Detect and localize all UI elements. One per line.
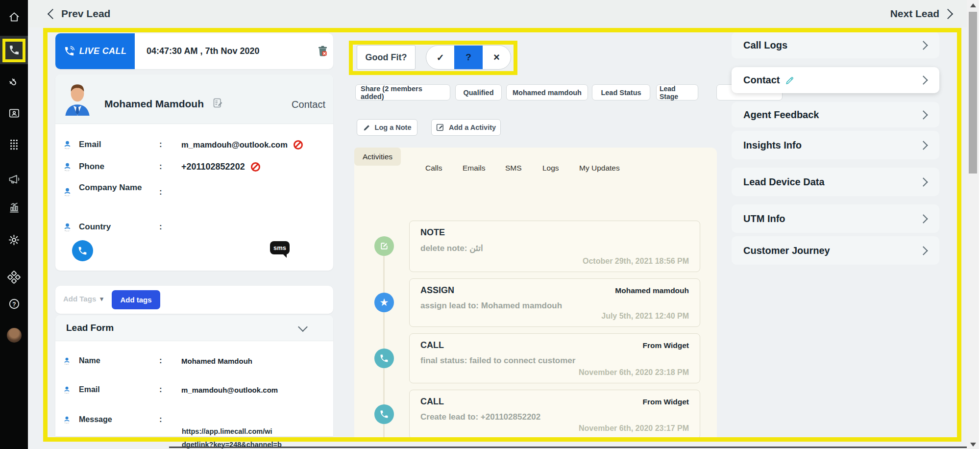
call-icon bbox=[374, 349, 394, 368]
prev-lead-button[interactable]: Prev Lead bbox=[49, 0, 110, 27]
good-fit-yes-button[interactable]: ✓ bbox=[426, 46, 454, 69]
live-call-badge[interactable]: LIVE CALL bbox=[55, 33, 135, 69]
tag-owner[interactable]: Mohamed mamdouh bbox=[506, 84, 588, 100]
add-tags-button-label: Add tags bbox=[120, 296, 151, 304]
sidebar-item-settings[interactable] bbox=[0, 230, 28, 249]
entry-timestamp: November 6th, 2020 23:18 PM bbox=[579, 368, 689, 377]
chevron-right-icon bbox=[943, 8, 953, 19]
tab-logs[interactable]: Logs bbox=[542, 164, 559, 173]
chevron-left-icon bbox=[48, 8, 58, 19]
section-insights-info[interactable]: Insights Info bbox=[732, 131, 939, 159]
section-call-logs[interactable]: Call Logs bbox=[732, 32, 939, 58]
sidebar-item-analytics[interactable] bbox=[0, 198, 28, 218]
sms-icon: sms bbox=[273, 244, 286, 251]
section-label: UTM Info bbox=[743, 213, 785, 224]
add-tags-button[interactable]: Add tags bbox=[112, 290, 160, 309]
edit-pencil-icon[interactable] bbox=[784, 75, 795, 86]
tag-lead-status[interactable]: Lead Status bbox=[592, 84, 650, 100]
timeline-entry-note[interactable]: NOTE delete note: اتئن October 29th, 202… bbox=[409, 221, 700, 272]
lead-form-field-email: Email : m_mamdouh@outlook.com bbox=[55, 382, 333, 397]
sidebar-item-dialpad[interactable] bbox=[0, 135, 28, 154]
tab-emails[interactable]: Emails bbox=[463, 164, 486, 173]
contact-field-company: Company Name : bbox=[55, 178, 333, 206]
timeline-entry-assign[interactable]: ASSIGN Mohamed mamdouh assign lead to: M… bbox=[409, 278, 700, 327]
entry-type: CALL bbox=[420, 397, 444, 407]
scrollbar-thumb[interactable] bbox=[969, 12, 977, 174]
sms-button[interactable]: sms bbox=[270, 241, 290, 254]
lead-form-header[interactable]: Lead Form bbox=[55, 315, 333, 341]
sidebar-item-home[interactable] bbox=[0, 7, 28, 27]
entry-type: NOTE bbox=[420, 227, 445, 238]
field-separator: : bbox=[159, 187, 162, 197]
tag-lead-stage[interactable]: Lead Stage bbox=[656, 84, 698, 100]
edit-square-icon bbox=[436, 124, 444, 132]
scroll-down-arrow[interactable] bbox=[970, 443, 976, 447]
email-value: m_mamdouh@outlook.com bbox=[181, 140, 288, 150]
log-note-button[interactable]: Log a Note bbox=[357, 119, 417, 136]
chevron-right-icon bbox=[919, 110, 928, 119]
person-pin-icon bbox=[63, 140, 72, 150]
sidebar-item-profile[interactable] bbox=[0, 325, 28, 345]
pencil-icon bbox=[363, 124, 370, 131]
good-fit-no-button[interactable]: × bbox=[483, 46, 511, 69]
timeline-entry-call[interactable]: CALL From Widget Create lead to: +201102… bbox=[409, 390, 700, 439]
contact-field-email: Email : m_mamdouh@outlook.com bbox=[55, 137, 333, 152]
tab-my-updates[interactable]: My Updates bbox=[579, 164, 620, 173]
good-fit-label: Good Fit? bbox=[357, 45, 416, 70]
entry-timestamp: November 6th, 2020 23:17 PM bbox=[579, 424, 689, 433]
next-lead-label: Next Lead bbox=[890, 8, 939, 20]
section-label: Agent Feedback bbox=[743, 109, 819, 121]
notes-clipboard-icon[interactable] bbox=[212, 97, 224, 109]
section-utm-info[interactable]: UTM Info bbox=[732, 204, 939, 233]
lead-form-title: Lead Form bbox=[66, 323, 114, 333]
tag-share[interactable]: Share (2 members added) bbox=[355, 84, 450, 100]
delete-lead-button[interactable] bbox=[318, 33, 327, 69]
note-icon bbox=[374, 236, 394, 256]
add-activity-button[interactable]: Add a Activity bbox=[431, 119, 501, 136]
person-pin-icon bbox=[63, 357, 71, 365]
call-icon bbox=[374, 404, 394, 424]
section-contact[interactable]: Contact bbox=[732, 67, 939, 93]
field-label: Email bbox=[79, 139, 143, 150]
scroll-up-arrow[interactable] bbox=[970, 3, 976, 7]
chevron-right-icon bbox=[919, 75, 928, 84]
field-separator: : bbox=[159, 356, 162, 366]
megaphone-icon bbox=[7, 173, 21, 186]
tab-calls[interactable]: Calls bbox=[425, 164, 442, 173]
tab-activities[interactable]: Activities bbox=[354, 148, 401, 166]
blocked-icon bbox=[251, 162, 260, 172]
timeline-entry-call[interactable]: CALL From Widget final status: failed to… bbox=[409, 333, 700, 383]
field-label: Email bbox=[79, 384, 143, 395]
blocked-icon bbox=[294, 140, 303, 150]
good-fit-maybe-button[interactable]: ? bbox=[454, 46, 482, 69]
good-fit-control: ✓ ? × bbox=[426, 45, 511, 70]
field-separator: : bbox=[159, 415, 162, 424]
tag-qualified[interactable]: Qualified bbox=[455, 84, 502, 100]
sidebar-item-lead-magnet[interactable] bbox=[0, 74, 28, 93]
scrollbar[interactable] bbox=[967, 0, 979, 449]
sidebar-item-integrations[interactable] bbox=[0, 267, 28, 287]
sidebar-item-contacts[interactable] bbox=[0, 103, 28, 123]
add-activity-label: Add a Activity bbox=[449, 124, 496, 131]
add-tags-dropdown-label: Add Tags bbox=[63, 295, 96, 303]
section-customer-journey[interactable]: Customer Journey bbox=[732, 236, 939, 265]
sidebar-item-help[interactable]: ? bbox=[0, 294, 28, 314]
section-agent-feedback[interactable]: Agent Feedback bbox=[732, 102, 939, 127]
entry-timestamp: July 5th, 2021 12:40 PM bbox=[601, 312, 689, 321]
call-button[interactable] bbox=[72, 240, 93, 261]
contact-avatar bbox=[62, 80, 93, 116]
add-tags-dropdown[interactable]: Add Tags ▾ bbox=[63, 295, 103, 303]
person-pin-icon bbox=[63, 386, 71, 394]
sidebar: ? bbox=[0, 0, 28, 449]
star-icon: ★ bbox=[374, 293, 394, 312]
person-pin-icon bbox=[63, 223, 72, 232]
section-lead-device-data[interactable]: Lead Device Data bbox=[732, 168, 939, 196]
entry-body: delete note: اتئن bbox=[420, 243, 483, 253]
contact-field-country: Country : bbox=[55, 220, 333, 234]
contact-card-icon bbox=[8, 107, 21, 120]
sidebar-item-campaigns[interactable] bbox=[0, 169, 28, 189]
tab-sms[interactable]: SMS bbox=[505, 164, 522, 173]
activities-panel: Activities Calls Emails SMS Logs My Upda… bbox=[354, 148, 717, 449]
next-lead-button[interactable]: Next Lead bbox=[890, 0, 952, 27]
window-bottom-edge bbox=[169, 447, 967, 448]
